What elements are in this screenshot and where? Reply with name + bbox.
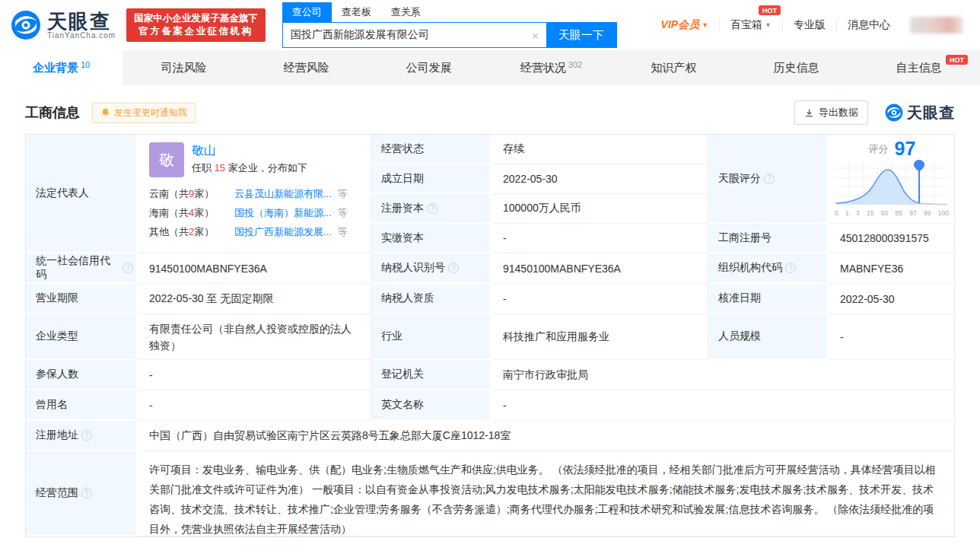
nav-vip[interactable]: VIP会员 ▼ [651,18,720,32]
tianyan-score-cell[interactable]: 评分 97 [829,135,956,224]
field-label-insured-count: 参保人数 [26,360,138,390]
field-value-registered-address: 中国（广西）自由贸易试验区南宁片区云英路8号五象总部大厦C座1012-18室 [138,421,956,451]
user-account-blurred[interactable] [910,17,963,33]
score-bell-curve-chart [835,159,949,206]
help-icon[interactable]: ? [448,263,459,273]
score-axis-ticks: 01 315 5085 9799 100 [835,209,949,217]
help-icon[interactable]: ? [427,203,438,214]
field-value-insured-count: - [138,360,371,390]
field-value-org-code: MABNFYE36 [829,253,956,284]
tab-company-background[interactable]: 企业背景10 [0,50,123,85]
tab-intellectual-property[interactable]: 知识产权 [612,50,735,85]
field-label-org-code: 组织机构代码? [708,253,829,284]
logo-domain: TianYanCha.com [47,31,116,40]
nav-pro-version[interactable]: 专业版 [782,18,836,32]
field-value-english-name: - [492,390,956,421]
distribution-row: 其他（共2家） 国投广西新能源发展... 等 [149,222,359,241]
field-label-tianyan-score: 天眼评分? [708,135,829,224]
score-value: 97 [895,138,916,159]
field-label-registration-number: 工商注册号 [708,224,829,253]
company-link[interactable]: 国投（海南）新能源... [234,203,332,222]
search-tab-relation[interactable]: 查关系 [381,2,431,22]
field-label-approval-date: 核准日期 [708,284,829,314]
top-header: 天眼查 TianYanCha.com 国家中小企业发展子基金旗下 官方备案企业征… [0,0,980,50]
field-value-establish-date: 2022-05-30 [492,164,708,194]
field-label-status: 经营状态 [371,135,492,164]
tab-company-development[interactable]: 公司发展 [368,50,490,85]
tianyancha-logo-icon [885,103,903,122]
top-navigation: VIP会员 ▼ HOT 百宝箱 ▼ 专业版 消息中心 [651,17,963,33]
field-value-business-term: 2022-05-30 至 无固定期限 [138,284,371,314]
field-label-former-name: 曾用名 [26,390,138,421]
logo-title: 天眼查 [47,11,116,31]
field-value-staff-size: - [829,314,956,360]
download-icon [804,108,814,118]
company-tab-bar: 企业背景10 司法风险 经营风险 公司发展 经营状况302 知识产权 历史信息 … [0,50,980,85]
clear-search-icon[interactable]: × [524,29,546,42]
search-button[interactable]: 天眼一下 [546,23,616,47]
field-label-business-term: 营业期限 [26,284,138,314]
field-value-status: 存续 [492,135,708,164]
company-link[interactable]: 云县茂山新能源有限... [234,184,332,203]
help-icon[interactable]: ? [123,263,133,273]
field-label-english-name: 英文名称 [371,390,492,421]
tab-operation-risk[interactable]: 经营风险 [245,50,368,85]
field-label-registered-address: 注册地址? [26,421,138,451]
search-input[interactable] [283,23,524,47]
field-label-taxpayer-id: 纳税人识别号? [371,253,492,284]
field-label-paid-capital: 实缴资本 [371,224,492,253]
tenure-summary: 任职 15 家企业，分布如下 [192,161,307,175]
field-label-legal-representative: 法定代表人 [26,135,138,253]
tianyancha-watermark: 天眼查 [885,103,955,123]
company-link[interactable]: 国投广西新能源发展... [234,222,332,241]
legal-representative-cell: 敬 敬山 任职 15 家企业，分布如下 云南（共9家） 云县茂山新能源有限...… [138,135,371,253]
field-label-industry: 行业 [371,314,492,360]
bell-icon [100,107,110,118]
field-value-business-scope: 许可项目：发电业务、输电业务、供（配）电业务;生物质燃气生产和供应;供电业务。 … [138,451,956,536]
field-value-paid-capital: - [492,224,708,253]
tab-history-info[interactable]: 历史信息 [735,50,858,85]
field-label-registry-authority: 登记机关 [371,360,492,390]
gov-certification-badge: 国家中小企业发展子基金旗下 官方备案企业征信机构 [126,8,266,42]
distribution-row: 云南（共9家） 云县茂山新能源有限... 等 [149,184,359,203]
legal-rep-name-link[interactable]: 敬山 [192,142,307,159]
field-value-former-name: - [138,390,371,421]
field-value-credit-code: 91450100MABNFYE36A [138,253,371,284]
field-value-company-type: 有限责任公司（非自然人投资或控股的法人独资） [149,320,359,354]
field-value-registered-capital: 100000万人民币 [492,194,708,224]
avatar[interactable]: 敬 [149,142,184,177]
tianyancha-logo-icon [11,10,41,40]
notify-on-change-button[interactable]: 发生变更时通知我 [92,103,196,123]
field-value-registry-authority: 南宁市行政审批局 [492,360,956,390]
help-icon[interactable]: ? [785,263,796,273]
tab-self-published-info[interactable]: 自主信息 HOT [858,50,980,85]
section-header: 工商信息 发生变更时通知我 导出数据 天眼查 [25,100,955,125]
search-area: 查公司 查老板 查关系 × 天眼一下 [282,2,617,48]
business-info-table: 法定代表人 敬 敬山 任职 15 家企业，分布如下 云南（共9家） 云县茂山新能… [25,134,955,537]
search-tab-boss[interactable]: 查老板 [332,2,381,22]
field-value-approval-date: 2022-05-30 [829,284,956,314]
field-label-staff-size: 人员规模 [708,314,829,360]
section-title: 工商信息 [25,103,80,122]
search-tab-company[interactable]: 查公司 [282,2,332,22]
field-label-taxpayer-qualification: 纳税人资质 [371,284,492,314]
tab-operating-status[interactable]: 经营状况302 [490,50,612,85]
field-value-taxpayer-id: 91450100MABNFYE36A [492,253,708,284]
help-icon[interactable]: ? [81,488,92,498]
nav-toolbox[interactable]: HOT 百宝箱 ▼ [719,18,782,32]
tianyancha-logo[interactable]: 天眼查 TianYanCha.com [11,10,116,40]
field-value-industry: 科技推广和应用服务业 [492,314,708,360]
chevron-down-icon: ▼ [702,21,708,29]
field-label-credit-code: 统一社会信用代码? [26,253,138,284]
field-label-company-type: 企业类型 [26,314,138,360]
distribution-row: 海南（共4家） 国投（海南）新能源... 等 [149,203,359,222]
help-icon[interactable]: ? [81,430,92,441]
score-pin-icon [914,160,924,172]
field-label-business-scope: 经营范围? [26,451,138,536]
export-data-button[interactable]: 导出数据 [794,100,868,125]
tab-judicial-risk[interactable]: 司法风险 [123,50,245,85]
field-label-establish-date: 成立日期 [371,164,492,194]
chevron-down-icon: ▼ [765,21,772,29]
nav-message-center[interactable]: 消息中心 [836,18,901,32]
help-icon[interactable]: ? [764,174,775,184]
